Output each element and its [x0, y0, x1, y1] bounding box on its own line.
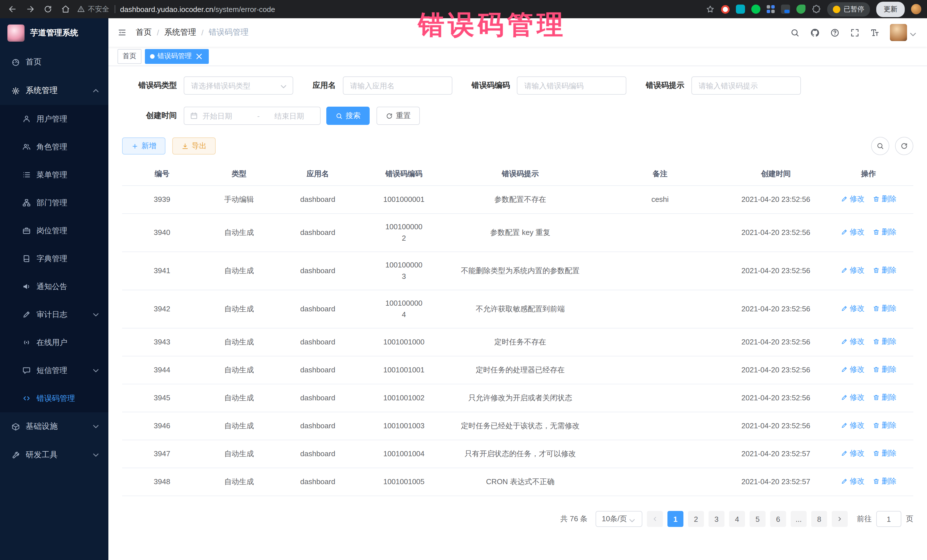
page-button[interactable]: 6	[770, 511, 786, 527]
paused-extension-badge[interactable]: 已暂停	[827, 2, 870, 16]
bookmark-star-icon[interactable]	[706, 5, 715, 14]
browser-back-icon[interactable]	[8, 5, 17, 14]
edit-icon	[840, 305, 847, 312]
sidebar-item-menu-management[interactable]: 菜单管理	[0, 161, 108, 189]
browser-profile-avatar[interactable]	[911, 4, 921, 14]
edit-link[interactable]: 修改	[840, 448, 865, 459]
delete-link[interactable]: 删除	[872, 226, 897, 238]
date-range-picker[interactable]: -	[184, 107, 321, 125]
breadcrumb-item[interactable]: 系统管理	[164, 27, 196, 38]
page-size-select[interactable]: 10条/页	[596, 511, 642, 527]
browser-reload-icon[interactable]	[43, 5, 53, 14]
sidebar-item-post-management[interactable]: 岗位管理	[0, 217, 108, 244]
page-button[interactable]: 3	[708, 511, 725, 527]
font-size-icon[interactable]	[870, 28, 880, 37]
sidebar-item-dept-management[interactable]: 部门管理	[0, 189, 108, 217]
delete-link[interactable]: 删除	[872, 476, 897, 487]
app-name-input[interactable]	[343, 76, 452, 95]
sidebar-item-online-users[interactable]: 在线用户	[0, 328, 108, 357]
prev-page-button[interactable]	[647, 511, 663, 527]
error-hint-input[interactable]	[691, 76, 801, 95]
show-search-button[interactable]	[871, 137, 889, 155]
edit-link[interactable]: 修改	[840, 476, 865, 487]
edit-link[interactable]: 修改	[840, 303, 865, 314]
browser-home-icon[interactable]	[61, 5, 70, 14]
sidebar-item-audit-log[interactable]: 审计日志	[0, 300, 108, 328]
sidebar-item-infrastructure[interactable]: 基础设施	[0, 412, 108, 441]
page-button[interactable]: 1	[667, 511, 684, 527]
delete-link[interactable]: 删除	[872, 392, 897, 403]
edit-link[interactable]: 修改	[840, 226, 865, 238]
sidebar-item-role-management[interactable]: 角色管理	[0, 133, 108, 161]
fullscreen-icon[interactable]	[850, 28, 860, 37]
sidebar-item-home[interactable]: 首页	[0, 48, 108, 76]
end-date-input[interactable]	[274, 111, 314, 120]
cell-hint: 定时任务不存在	[448, 329, 592, 355]
goto-page-input[interactable]	[876, 511, 901, 527]
edit-link[interactable]: 修改	[840, 265, 865, 276]
delete-link[interactable]: 删除	[872, 265, 897, 276]
sidebar-item-error-code-management[interactable]: 错误码管理	[0, 384, 108, 412]
sidebar-item-label: 错误码管理	[36, 393, 100, 404]
refresh-icon	[900, 142, 908, 150]
tab-首页[interactable]: 首页	[117, 49, 141, 64]
page-button[interactable]: 8	[811, 511, 827, 527]
extension-icon[interactable]	[721, 5, 729, 14]
add-button[interactable]: 新增	[122, 137, 166, 155]
next-page-button[interactable]	[832, 511, 848, 527]
chrome-update-button[interactable]: 更新	[876, 2, 905, 17]
user-avatar[interactable]	[890, 24, 918, 41]
error-code-input[interactable]	[517, 76, 626, 95]
sidebar-item-sms-management[interactable]: 短信管理	[0, 357, 108, 384]
cell-type: 手动编辑	[202, 187, 276, 213]
delete-link[interactable]: 删除	[872, 336, 897, 347]
error-type-select-input[interactable]	[184, 76, 293, 95]
sidebar-item-dev-tools[interactable]: 研发工具	[0, 441, 108, 469]
search-icon[interactable]	[790, 28, 800, 37]
pager-ellipsis[interactable]: ...	[791, 511, 807, 527]
extension-icon[interactable]	[736, 5, 745, 14]
cell-id: 3943	[122, 329, 202, 355]
extensions-puzzle-icon[interactable]	[812, 5, 821, 14]
tab-错误码管理[interactable]: 错误码管理	[145, 49, 209, 64]
cell-type: 自动生成	[202, 469, 276, 495]
delete-link[interactable]: 删除	[872, 420, 897, 431]
reset-button[interactable]: 重置	[377, 107, 420, 125]
page-button[interactable]: 5	[749, 511, 766, 527]
extension-icon[interactable]	[781, 5, 790, 14]
sidebar-item-notice-management[interactable]: 通知公告	[0, 273, 108, 300]
close-icon[interactable]	[195, 52, 204, 61]
export-button[interactable]: 导出	[172, 137, 216, 155]
edit-link[interactable]: 修改	[840, 336, 865, 347]
menu-fold-icon[interactable]	[117, 28, 127, 37]
app-logo[interactable]: 芋道管理系统	[0, 18, 108, 48]
browser-forward-icon[interactable]	[26, 5, 35, 14]
table-row: 3944自动生成dashboard1001001001定时任务的处理器已经存在2…	[122, 357, 913, 384]
error-type-select[interactable]	[184, 76, 293, 95]
start-date-input[interactable]	[202, 111, 242, 120]
edit-link[interactable]: 修改	[840, 392, 865, 403]
edit-link[interactable]: 修改	[840, 420, 865, 431]
extension-icon[interactable]	[767, 5, 775, 13]
extension-icon[interactable]	[751, 5, 760, 14]
cell-app: dashboard	[276, 385, 359, 411]
refresh-table-button[interactable]	[895, 137, 913, 155]
delete-link[interactable]: 删除	[872, 303, 897, 314]
breadcrumb-item[interactable]: 首页	[136, 27, 152, 38]
search-button[interactable]: 搜索	[326, 107, 370, 125]
address-bar[interactable]: 不安全 dashboard.yudao.iocoder.cn/system/er…	[77, 4, 701, 14]
sidebar-item-user-management[interactable]: 用户管理	[0, 105, 108, 133]
page-button[interactable]: 2	[688, 511, 704, 527]
sidebar-item-dict-management[interactable]: 字典管理	[0, 244, 108, 273]
edit-link[interactable]: 修改	[840, 193, 865, 205]
page-button[interactable]: 4	[729, 511, 745, 527]
delete-link[interactable]: 删除	[872, 364, 897, 375]
delete-link[interactable]: 删除	[872, 193, 897, 205]
delete-link[interactable]: 删除	[872, 448, 897, 459]
table-row: 3941自动生成dashboard100100000 3不能删除类型为系统内置的…	[122, 252, 913, 290]
edit-link[interactable]: 修改	[840, 364, 865, 375]
help-icon[interactable]	[830, 28, 840, 37]
extension-icon[interactable]	[796, 5, 805, 14]
sidebar-item-system-management[interactable]: 系统管理	[0, 76, 108, 105]
github-icon[interactable]	[810, 28, 820, 37]
